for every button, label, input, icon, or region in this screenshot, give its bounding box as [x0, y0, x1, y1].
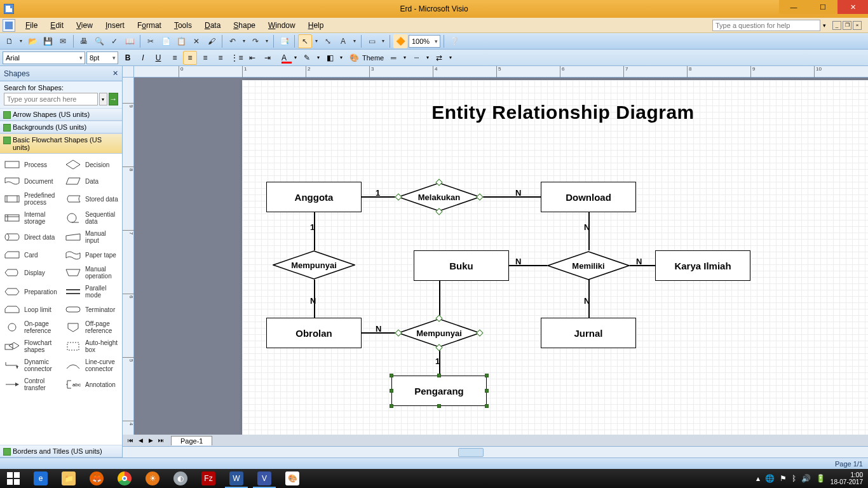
redo-dropdown-icon[interactable]: ▾	[264, 34, 270, 48]
line-color-button[interactable]: ✎	[300, 51, 314, 65]
format-painter-icon[interactable]: 🖌	[205, 34, 219, 48]
font-size-combo[interactable]: 8pt	[86, 51, 118, 64]
shape-category-borders[interactable]: Borders and Titles (US units)	[0, 445, 122, 458]
connector[interactable]	[630, 265, 655, 266]
selection-handle[interactable]	[390, 374, 393, 377]
selection-handle[interactable]	[485, 404, 489, 408]
menu-format[interactable]: Format	[131, 20, 168, 31]
fill-dropdown-icon[interactable]: ▾	[338, 51, 344, 65]
font-color-button[interactable]: A	[277, 51, 291, 65]
shape-line-curve-connector[interactable]: Line-curve connector	[61, 356, 122, 375]
connector[interactable]	[480, 196, 541, 198]
selection-handle[interactable]	[485, 389, 489, 393]
line-pattern-dropdown-icon[interactable]: ▾	[424, 51, 431, 65]
align-left-button[interactable]: ≡	[168, 51, 182, 65]
increase-indent-button[interactable]: ⇥	[261, 51, 275, 65]
pointer-tool-icon[interactable]: ↖	[298, 34, 312, 48]
connector[interactable]	[509, 265, 547, 266]
relation-melakukan[interactable]: Melakukan	[398, 182, 480, 212]
tray-battery-icon[interactable]: 🔋	[816, 474, 825, 483]
entity-anggota[interactable]: Anggota	[266, 182, 362, 212]
selection-handle[interactable]	[485, 374, 489, 377]
shapes-search-input[interactable]	[4, 93, 98, 105]
shape-off-page-reference[interactable]: Off-page reference	[61, 318, 122, 337]
visio-doc-icon[interactable]	[3, 19, 15, 32]
shape-direct-data[interactable]: Direct data	[0, 227, 61, 247]
new-dropdown-icon[interactable]: ▾	[18, 34, 24, 48]
menu-tools[interactable]: Tools	[168, 20, 198, 31]
shape-category-backgrounds[interactable]: Backgrounds (US units)	[0, 121, 122, 133]
taskbar-paint[interactable]: 🎨	[278, 469, 306, 488]
line-ends-dropdown-icon[interactable]: ▾	[447, 51, 454, 65]
line-ends-button[interactable]: ⇄	[432, 51, 446, 65]
shape-stored-data[interactable]: Stored data	[61, 189, 122, 208]
tab-prev-icon[interactable]: ◀	[135, 437, 146, 444]
shape-predefined-process[interactable]: Predefined process	[0, 189, 61, 208]
rectangle-tool-icon[interactable]: ▭	[365, 34, 379, 48]
relation-mempunyai-2[interactable]: Mempunyai	[398, 318, 480, 348]
entity-download[interactable]: Download	[541, 182, 636, 212]
shape-dropdown-icon[interactable]: ▾	[380, 34, 386, 48]
shape-control-transfer[interactable]: Control transfer	[0, 375, 61, 394]
shape-document[interactable]: Document	[0, 173, 61, 189]
menu-shape[interactable]: Shape	[227, 20, 262, 31]
menu-data[interactable]: Data	[198, 20, 227, 31]
font-combo[interactable]: Arial	[3, 51, 85, 64]
tab-last-icon[interactable]: ⏭	[156, 437, 166, 444]
fill-color-icon[interactable]: 🔶	[393, 34, 407, 48]
shapes-search-dropdown-icon[interactable]: ▾	[99, 93, 107, 105]
entity-karya-ilmiah[interactable]: Karya Ilmiah	[655, 250, 750, 281]
tray-up-icon[interactable]: ▴	[756, 474, 760, 483]
stamp-icon[interactable]: 📑	[277, 34, 291, 48]
copy-icon[interactable]: 📄	[159, 34, 173, 48]
tray-flag-icon[interactable]: ⚑	[780, 474, 787, 483]
delete-icon[interactable]: ✕	[189, 34, 203, 48]
shape-decision[interactable]: Decision	[61, 156, 122, 173]
redo-icon[interactable]: ↷	[248, 34, 262, 48]
help-icon[interactable]: ❔	[447, 34, 461, 48]
print-icon[interactable]: 🖶	[77, 34, 91, 48]
system-tray[interactable]: ▴ 🌐 ⚑ ᛒ 🔊 🔋 1:00 18-07-2017	[751, 469, 868, 488]
taskbar-ie[interactable]: e	[27, 469, 55, 488]
mdi-close-button[interactable]: ×	[853, 21, 862, 30]
relation-mempunyai-1[interactable]: Mempunyai	[273, 250, 355, 280]
undo-icon[interactable]: ↶	[226, 34, 240, 48]
relation-memiliki[interactable]: Memiliki	[547, 251, 630, 280]
menu-view[interactable]: View	[70, 20, 99, 31]
help-search-input[interactable]	[712, 20, 820, 31]
shape-card[interactable]: Card	[0, 247, 61, 263]
shape-display[interactable]: Display	[0, 263, 61, 282]
undo-dropdown-icon[interactable]: ▾	[241, 34, 247, 48]
new-doc-icon[interactable]: 🗋	[3, 34, 17, 48]
align-justify-button[interactable]: ≡	[214, 51, 227, 65]
shape-terminator[interactable]: Terminator	[61, 301, 122, 318]
font-color-dropdown-icon[interactable]: ▾	[292, 51, 299, 65]
taskbar-chrome[interactable]	[111, 469, 139, 488]
menu-file[interactable]: File	[19, 20, 44, 31]
save-icon[interactable]: 💾	[41, 34, 55, 48]
tray-clock[interactable]: 1:00 18-07-2017	[831, 471, 863, 485]
selection-handle[interactable]	[390, 389, 393, 393]
tray-network-icon[interactable]: 🌐	[765, 474, 775, 483]
shape-flowchart-shapes[interactable]: Flowchart shapes	[0, 337, 61, 356]
help-search-dropdown-icon[interactable]: ▾	[823, 22, 826, 29]
shape-internal-storage[interactable]: Internal storage	[0, 208, 61, 227]
taskbar-explorer[interactable]: 📁	[55, 469, 83, 488]
taskbar-app-grey[interactable]: ◐	[166, 469, 194, 488]
taskbar-filezilla[interactable]: Fz	[194, 469, 222, 488]
pointer-dropdown-icon[interactable]: ▾	[313, 34, 320, 48]
entity-obrolan[interactable]: Obrolan	[266, 318, 362, 348]
shapes-search-go-button[interactable]: →	[109, 93, 119, 105]
fill-button[interactable]: ◧	[323, 51, 337, 65]
tab-first-icon[interactable]: ⏮	[125, 437, 135, 444]
taskbar-word[interactable]: W	[222, 469, 250, 488]
tray-bt-icon[interactable]: ᛒ	[792, 474, 796, 483]
entity-buku[interactable]: Buku	[414, 250, 509, 281]
tray-volume-icon[interactable]: 🔊	[801, 474, 811, 483]
shapes-panel-close-icon[interactable]: ✕	[112, 69, 118, 78]
shape-auto-height-box[interactable]: Auto-height box	[61, 337, 122, 356]
shape-manual-operation[interactable]: Manual operation	[61, 263, 122, 282]
taskbar-firefox[interactable]: 🦊	[83, 469, 111, 488]
shape-parallel-mode[interactable]: Parallel mode	[61, 282, 122, 301]
zoom-combo[interactable]: 100%	[409, 35, 440, 48]
